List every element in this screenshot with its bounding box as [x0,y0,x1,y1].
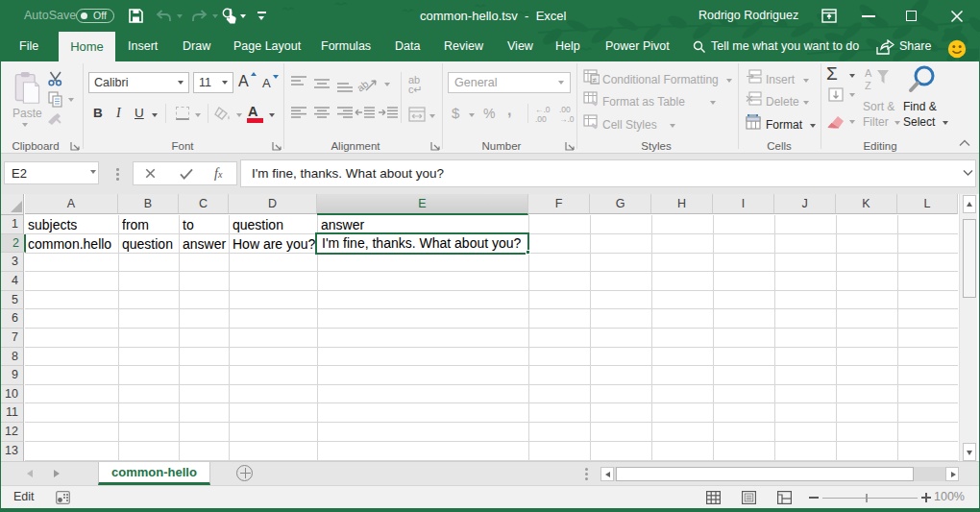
svg-text:Z: Z [865,80,871,91]
svg-text:ab: ab [357,78,371,92]
svg-text:A: A [865,67,872,79]
svg-text:≠: ≠ [593,76,598,85]
